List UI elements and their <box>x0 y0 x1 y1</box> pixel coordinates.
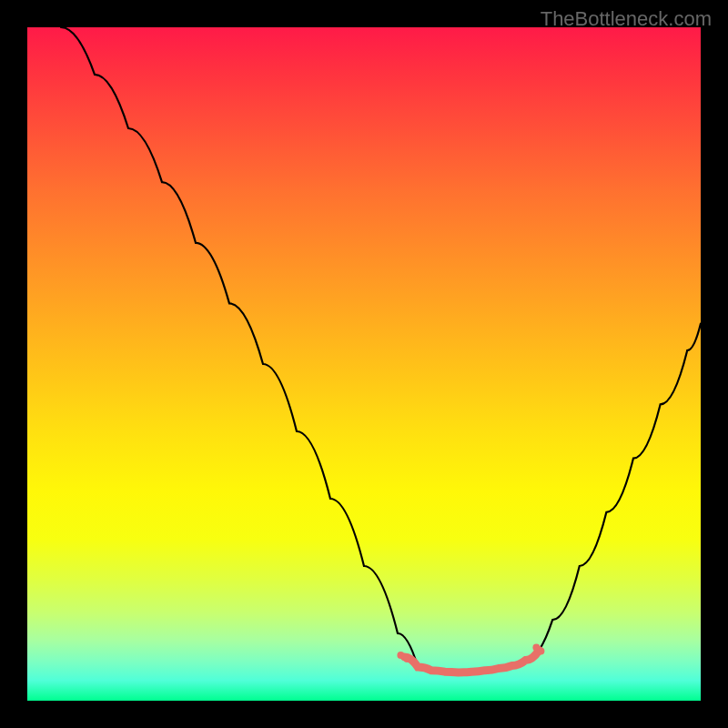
watermark-text: TheBottleneck.com <box>541 7 712 31</box>
chart-plot-area <box>27 27 701 701</box>
series-curve-left <box>61 27 418 667</box>
series-bottom-end-dot <box>532 644 540 652</box>
series-curve-right <box>526 324 701 661</box>
series-bottom-segment <box>404 651 539 672</box>
chart-svg <box>27 27 701 701</box>
series-bottom-end-dot <box>537 648 544 655</box>
series-bottom-end-dot <box>397 652 404 659</box>
series-bottom-end-dot <box>403 655 410 662</box>
